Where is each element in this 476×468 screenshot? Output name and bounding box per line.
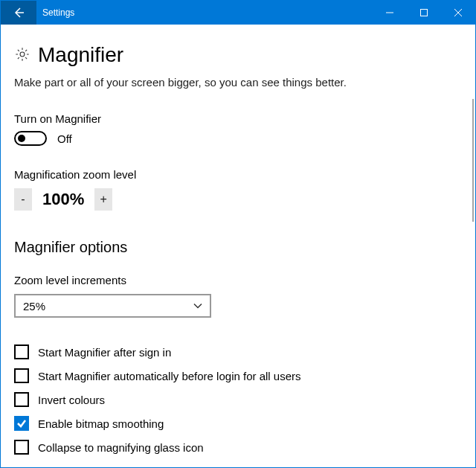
zoom-decrease-button[interactable]: - xyxy=(14,188,32,211)
checkbox-label: Start Magnifier automatically before log… xyxy=(38,370,301,382)
toggle-knob xyxy=(18,135,25,142)
zoom-increase-button[interactable]: + xyxy=(94,188,112,211)
checkbox-label: Collapse to magnifying glass icon xyxy=(38,441,204,454)
zoom-value: 100% xyxy=(42,190,84,209)
page-heading-row: Magnifier xyxy=(14,43,462,67)
magnifier-toggle-row: Off xyxy=(14,131,462,146)
checkbox-row[interactable]: Enable bitmap smoothing xyxy=(14,416,462,431)
checkbox-row[interactable]: Collapse to magnifying glass icon xyxy=(14,440,462,455)
toggle-label: Turn on Magnifier xyxy=(14,112,462,125)
checkbox-label: Enable bitmap smoothing xyxy=(38,417,164,430)
checkbox-label: Invert colours xyxy=(38,394,105,406)
options-heading: Magnifier options xyxy=(14,239,462,256)
toggle-state-text: Off xyxy=(57,132,72,145)
svg-point-1 xyxy=(20,52,25,57)
maximize-button[interactable] xyxy=(407,1,441,25)
window-title: Settings xyxy=(36,1,373,25)
back-button[interactable] xyxy=(1,1,36,25)
checkbox[interactable] xyxy=(14,344,29,359)
checkbox-list: Start Magnifier after sign inStart Magni… xyxy=(14,344,462,455)
gear-icon xyxy=(14,46,30,65)
increments-value: 25% xyxy=(23,300,45,312)
scrollbar-indicator[interactable] xyxy=(472,99,474,222)
checkbox-row[interactable]: Start Magnifier automatically before log… xyxy=(14,368,462,383)
checkbox[interactable] xyxy=(14,392,29,407)
checkbox[interactable] xyxy=(14,440,29,455)
checkbox[interactable] xyxy=(14,416,29,431)
zoom-level-label: Magnification zoom level xyxy=(14,168,462,181)
increments-select[interactable]: 25% xyxy=(14,294,211,318)
checkbox-label: Start Magnifier after sign in xyxy=(38,346,171,359)
checkbox-row[interactable]: Invert colours xyxy=(14,392,462,407)
checkbox-row[interactable]: Start Magnifier after sign in xyxy=(14,344,462,359)
page-description: Make part or all of your screen bigger, … xyxy=(14,76,462,89)
content-area: Magnifier Make part or all of your scree… xyxy=(1,25,475,467)
titlebar: Settings xyxy=(1,1,475,25)
magnifier-toggle[interactable] xyxy=(14,131,47,146)
checkbox[interactable] xyxy=(14,368,29,383)
minimize-button[interactable] xyxy=(373,1,407,25)
chevron-down-icon xyxy=(193,300,202,312)
zoom-controls: - 100% + xyxy=(14,188,462,211)
increments-label: Zoom level increments xyxy=(14,274,462,286)
page-title: Magnifier xyxy=(38,43,123,67)
close-button[interactable] xyxy=(441,1,475,25)
window-controls xyxy=(373,1,475,25)
svg-rect-0 xyxy=(421,10,428,16)
